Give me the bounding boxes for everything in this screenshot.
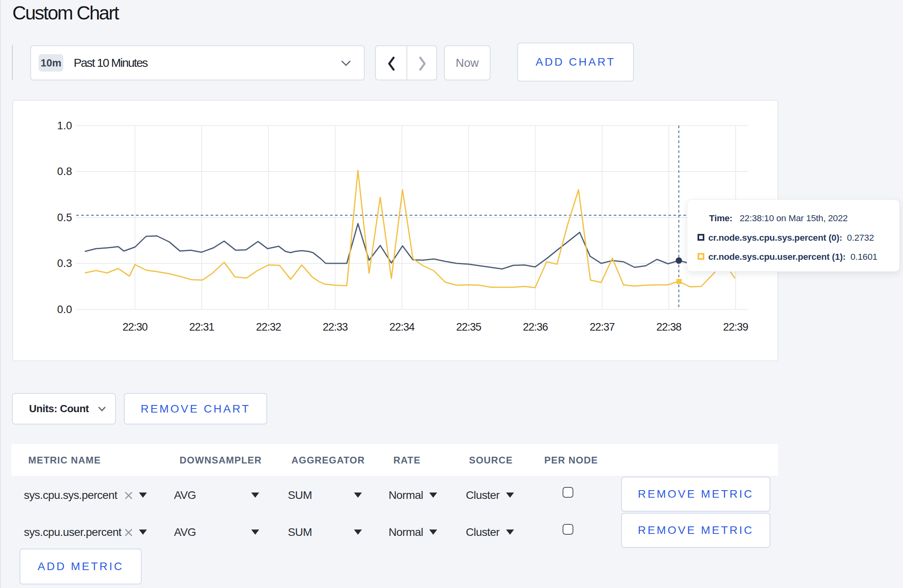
svg-text:22:34: 22:34 (389, 321, 415, 333)
svg-text:22:37: 22:37 (590, 321, 615, 333)
svg-text:22:36: 22:36 (523, 321, 548, 333)
svg-text:22:38: 22:38 (657, 321, 682, 333)
svg-text:1.0: 1.0 (57, 120, 72, 132)
svg-text:22:33: 22:33 (323, 321, 348, 333)
svg-text:0.0: 0.0 (57, 304, 72, 315)
svg-text:0.8: 0.8 (57, 165, 72, 177)
svg-text:22:31: 22:31 (189, 321, 214, 333)
svg-text:22:32: 22:32 (256, 321, 281, 333)
svg-text:22:30: 22:30 (123, 321, 148, 333)
svg-text:22:35: 22:35 (456, 321, 481, 333)
svg-text:0.5: 0.5 (57, 212, 72, 224)
svg-text:0.3: 0.3 (57, 257, 72, 269)
svg-text:22:39: 22:39 (723, 321, 748, 333)
